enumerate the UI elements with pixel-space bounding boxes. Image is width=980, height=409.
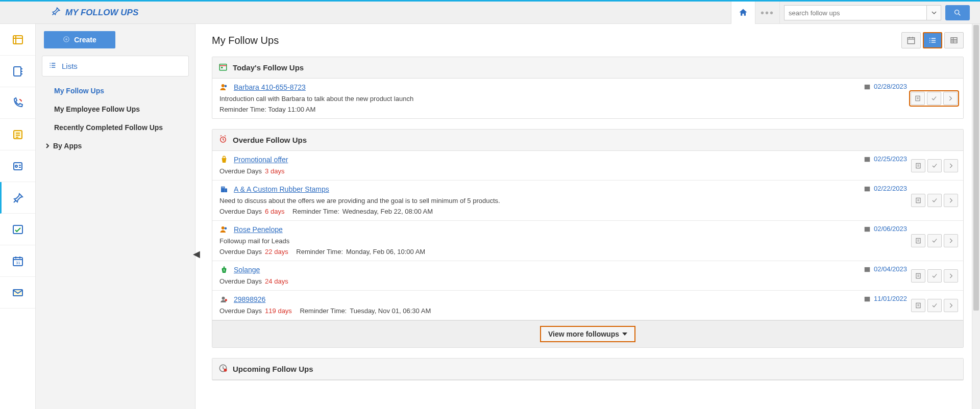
svg-text:31: 31: [16, 261, 20, 265]
followup-date[interactable]: 02/22/2023: [864, 185, 907, 192]
rail-item-dashboard[interactable]: [0, 24, 35, 56]
page-header-title: MY FOLLOW UPS: [65, 8, 138, 18]
svg-rect-6: [13, 225, 22, 234]
notes-action-button[interactable]: [911, 234, 925, 247]
svg-point-5: [15, 165, 17, 167]
reminder-label: Reminder Time:: [296, 248, 343, 255]
svg-point-28: [222, 226, 225, 229]
complete-action-button[interactable]: [927, 159, 942, 172]
rail-item-accounts[interactable]: [0, 150, 35, 182]
section-upcoming: Upcoming Follow Ups: [212, 358, 964, 380]
contact-icon: [219, 83, 229, 92]
view-more-button[interactable]: View more followups: [540, 326, 635, 342]
notes-action-button[interactable]: [911, 194, 925, 207]
svg-point-36: [222, 297, 225, 300]
complete-action-button[interactable]: [927, 299, 942, 312]
notes-action-button[interactable]: [911, 159, 925, 172]
rail-item-contacts[interactable]: [0, 56, 35, 87]
rail-item-calendar[interactable]: 31: [0, 245, 35, 277]
svg-rect-25: [224, 187, 225, 188]
notes-action-button[interactable]: [911, 269, 925, 283]
reminder-label: Reminder Time:: [300, 307, 347, 315]
main-content: My Follow Ups: [195, 24, 980, 409]
scroll-thumb[interactable]: [973, 25, 979, 311]
rail-item-notes[interactable]: [0, 119, 35, 150]
more-menu-button[interactable]: •••: [755, 2, 780, 24]
money-icon: $: [219, 265, 229, 274]
row-actions: [911, 299, 958, 312]
lists-label: Lists: [62, 62, 78, 70]
followup-link[interactable]: A & A Custom Rubber Stamps: [234, 185, 329, 193]
alarm-icon: [218, 135, 228, 145]
complete-action-button[interactable]: [927, 194, 942, 207]
followup-date[interactable]: 11/01/2022: [864, 295, 907, 302]
svg-rect-22: [221, 187, 225, 192]
view-toggles: [901, 32, 964, 48]
overdue-label: Overdue Days: [219, 277, 262, 285]
nav-link-employee-followups[interactable]: My Employee Follow Ups: [52, 100, 191, 118]
home-button[interactable]: [731, 2, 755, 24]
svg-rect-14: [221, 67, 223, 68]
followup-link[interactable]: 29898926: [234, 295, 265, 303]
svg-rect-24: [222, 187, 223, 188]
scrollbar[interactable]: [972, 24, 980, 409]
notes-action-button[interactable]: [911, 299, 925, 312]
section-upcoming-title: Upcoming Follow Ups: [233, 365, 313, 373]
followup-date[interactable]: 02/06/2023: [864, 225, 907, 233]
complete-action-button[interactable]: [927, 234, 942, 247]
followup-date[interactable]: 02/28/2023: [864, 83, 907, 90]
search-dropdown-button[interactable]: [927, 5, 941, 20]
row-actions: [911, 159, 958, 172]
followup-link[interactable]: Rose Penelope: [234, 225, 283, 234]
search-input[interactable]: [784, 5, 927, 20]
rail-item-followups[interactable]: [0, 182, 35, 214]
open-action-button[interactable]: [944, 159, 958, 172]
contact-icon: [219, 225, 229, 234]
nav-link-recent-followups[interactable]: Recently Completed Follow Ups: [52, 118, 191, 137]
open-action-button[interactable]: [944, 234, 958, 247]
view-grid-button[interactable]: [944, 32, 964, 48]
followup-desc: Need to discuss about the offers we are …: [219, 197, 956, 205]
page-title: My Follow Ups: [212, 35, 279, 46]
followup-row: Rose Penelope 02/06/2023 Followup mail f…: [212, 221, 963, 261]
nav-by-apps[interactable]: By Apps: [40, 137, 191, 155]
create-button[interactable]: Create: [44, 31, 115, 48]
chevron-right-icon: [45, 142, 50, 150]
reminder-label: Reminder Time:: [292, 208, 339, 215]
search-button[interactable]: [945, 5, 970, 20]
open-action-button[interactable]: [944, 194, 958, 207]
open-action-button[interactable]: [944, 299, 958, 312]
notes-action-button[interactable]: [911, 92, 925, 105]
nav-lists[interactable]: Lists: [42, 56, 189, 76]
sidebar-collapse-handle[interactable]: ◀: [193, 248, 200, 260]
followup-date[interactable]: 02/25/2023: [864, 155, 907, 163]
svg-point-41: [224, 369, 227, 372]
header-right: •••: [731, 2, 970, 24]
by-apps-label: By Apps: [53, 142, 82, 150]
rail-item-tasks[interactable]: [0, 214, 35, 245]
view-list-button[interactable]: [923, 32, 942, 48]
rail-item-calls[interactable]: [0, 87, 35, 119]
row-actions: [911, 269, 958, 283]
svg-rect-13: [219, 64, 227, 70]
rail-item-mail[interactable]: [0, 277, 35, 309]
open-action-button[interactable]: [944, 269, 958, 283]
complete-action-button[interactable]: [927, 92, 941, 105]
view-calendar-button[interactable]: [901, 32, 921, 48]
svg-rect-34: [865, 267, 870, 271]
svg-text:$: $: [224, 269, 225, 272]
followup-link[interactable]: Barbara 410-655-8723: [234, 83, 306, 91]
followup-link[interactable]: Solange: [234, 266, 260, 274]
pin-icon: [51, 6, 61, 19]
overdue-days: 119 days: [265, 307, 292, 315]
followup-desc: Followup mail for Leads: [219, 237, 956, 245]
complete-action-button[interactable]: [927, 269, 942, 283]
open-action-button[interactable]: [943, 92, 958, 105]
followup-link[interactable]: Promotional offer: [234, 156, 288, 164]
svg-rect-26: [865, 186, 870, 191]
followup-date[interactable]: 02/04/2023: [864, 265, 907, 273]
followup-row: 29898926 11/01/2022 Overdue Days 119 day…: [212, 291, 963, 320]
icon-rail: 31: [0, 24, 36, 409]
promo-icon: [219, 155, 229, 164]
nav-link-my-followups[interactable]: My Follow Ups: [52, 82, 191, 100]
